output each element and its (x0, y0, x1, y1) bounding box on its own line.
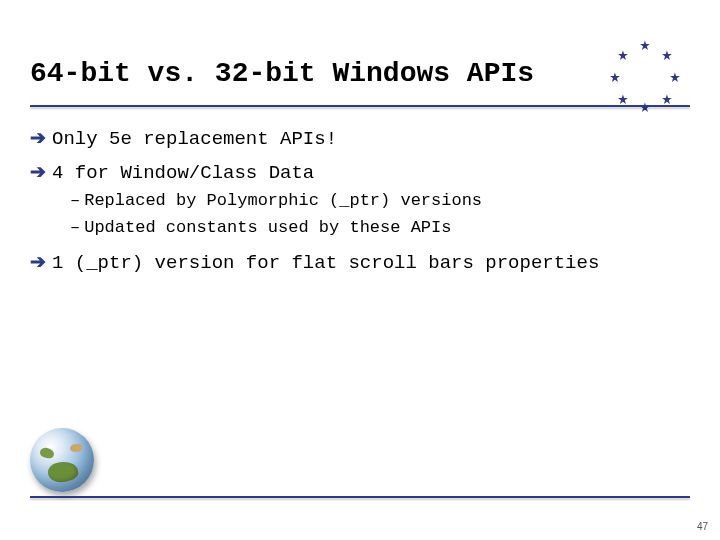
slide-content: ➔ Only 5e replacement APIs! ➔ 4 for Wind… (30, 120, 690, 278)
bullet-text: Only 5e replacement APIs! (52, 125, 337, 154)
star-icon: ★ (660, 92, 674, 106)
slide: 64-bit vs. 32-bit Windows APIs ★ ★ ★ ★ ★… (0, 0, 720, 540)
star-icon: ★ (638, 100, 652, 114)
star-icon: ★ (608, 70, 622, 84)
globe-land (70, 444, 82, 452)
star-ring-logo: ★ ★ ★ ★ ★ ★ ★ ★ (610, 42, 680, 112)
bullet-level1: ➔ 4 for Window/Class Data (30, 158, 690, 188)
bullet-text: 1 (_ptr) version for flat scroll bars pr… (52, 249, 599, 278)
arrow-icon: ➔ (30, 248, 46, 277)
subbullet-text: Updated constants used by these APIs (84, 215, 451, 241)
star-icon: ★ (668, 70, 682, 84)
subbullet-text: Replaced by Polymorphic (_ptr) versions (84, 188, 482, 214)
divider-top (30, 105, 690, 107)
arrow-icon: ➔ (30, 124, 46, 153)
globe-icon (30, 428, 94, 492)
globe-sphere (30, 428, 94, 492)
title-row: 64-bit vs. 32-bit Windows APIs (30, 58, 690, 89)
bullet-level2: – Updated constants used by these APIs (70, 215, 690, 241)
bullet-text: 4 for Window/Class Data (52, 159, 314, 188)
bullet-level1: ➔ Only 5e replacement APIs! (30, 124, 690, 154)
bullet-level1: ➔ 1 (_ptr) version for flat scroll bars … (30, 248, 690, 278)
divider-bottom (30, 496, 690, 498)
star-icon: ★ (660, 48, 674, 62)
arrow-icon: ➔ (30, 158, 46, 187)
star-icon: ★ (616, 92, 630, 106)
dash-icon: – (70, 188, 80, 214)
dash-icon: – (70, 215, 80, 241)
page-number: 47 (697, 521, 708, 532)
star-icon: ★ (616, 48, 630, 62)
slide-title: 64-bit vs. 32-bit Windows APIs (30, 58, 534, 89)
bullet-level2: – Replaced by Polymorphic (_ptr) version… (70, 188, 690, 214)
star-icon: ★ (638, 38, 652, 52)
